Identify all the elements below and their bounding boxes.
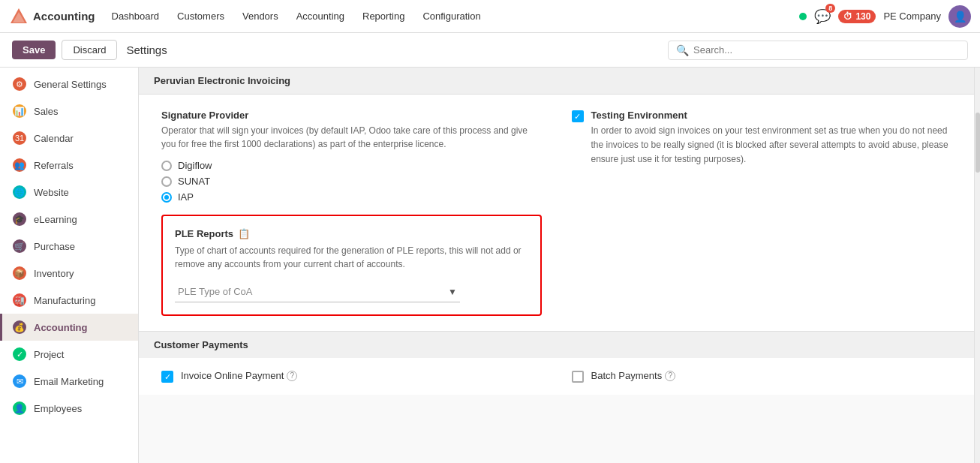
section-invoicing-body: Signature Provider Operator that will si… (139, 95, 974, 332)
sidebar-item-general-settings[interactable]: ⚙ General Settings (0, 71, 138, 98)
invoice-online-payment-help-icon[interactable]: ? (287, 371, 297, 381)
sidebar-icon-accounting: 💰 (13, 320, 26, 334)
sidebar-item-referrals[interactable]: 👥 Referrals (0, 152, 138, 179)
sidebar-label-elearning: eLearning (34, 214, 77, 225)
sidebar-icon-inventory: 📦 (13, 266, 26, 280)
ple-reports-icon: 📋 (238, 228, 250, 239)
radio-label-sunat: SUNAT (178, 176, 210, 187)
signature-provider-label: Signature Provider (161, 110, 542, 121)
radio-digiflow[interactable]: Digiflow (161, 160, 542, 171)
section-invoicing-header: Peruvian Electronic Invoicing (139, 68, 974, 95)
discard-button[interactable]: Discard (62, 40, 117, 60)
sidebar-item-purchase[interactable]: 🛒 Purchase (0, 233, 138, 260)
search-bar: 🔍 (668, 41, 968, 60)
scrollbar-track (974, 68, 980, 463)
radio-label-digiflow: Digiflow (178, 160, 212, 171)
company-name: PE Company (883, 11, 941, 22)
toolbar: Save Discard Settings 🔍 (0, 33, 980, 68)
sidebar-label-email-marketing: Email Marketing (34, 376, 104, 387)
nav-right: 💬 8 ⏱ 130 PE Company 👤 (799, 5, 971, 28)
sidebar: ⚙ General Settings 📊 Sales 31 Calendar 👥… (0, 68, 139, 463)
radio-circle-sunat (161, 176, 172, 187)
sidebar-item-accounting[interactable]: 💰 Accounting (0, 314, 138, 341)
invoicing-columns: Signature Provider Operator that will si… (161, 110, 951, 316)
sidebar-label-manufacturing: Manufacturing (34, 295, 95, 306)
payment-row: ✓ Invoice Online Payment ? Batch Payment… (161, 370, 951, 383)
clock-button[interactable]: ⏱ 130 (838, 10, 876, 23)
logo-icon (9, 7, 29, 26)
radio-circle-digiflow (161, 161, 172, 171)
radio-label-iap: IAP (178, 191, 194, 203)
sidebar-icon-purchase: 🛒 (13, 239, 26, 253)
sidebar-icon-general-settings: ⚙ (13, 77, 26, 91)
sidebar-item-employees[interactable]: 👤 Employees (0, 395, 138, 422)
testing-env-row: ✓ Testing Environment In order to avoid … (572, 110, 952, 167)
sidebar-item-website[interactable]: 🌐 Website (0, 179, 138, 206)
main-layout: ⚙ General Settings 📊 Sales 31 Calendar 👥… (0, 68, 980, 463)
sidebar-item-email-marketing[interactable]: ✉ Email Marketing (0, 368, 138, 395)
sidebar-label-purchase: Purchase (34, 241, 75, 252)
sidebar-item-project[interactable]: ✓ Project (0, 341, 138, 368)
toolbar-title: Settings (126, 44, 167, 56)
batch-payments-help-icon[interactable]: ? (665, 371, 675, 381)
nav-configuration[interactable]: Configuration (415, 8, 488, 25)
ple-type-select-wrapper: PLE Type of CoA ▼ (175, 281, 460, 302)
sidebar-icon-calendar: 31 (13, 131, 26, 145)
nav-vendors[interactable]: Vendors (235, 8, 286, 25)
sidebar-item-calendar[interactable]: 31 Calendar (0, 125, 138, 152)
app-logo[interactable]: Accounting (9, 7, 95, 26)
sidebar-label-project: Project (34, 349, 64, 360)
clock-icon: ⏱ (843, 11, 852, 22)
radio-sunat[interactable]: SUNAT (161, 176, 542, 187)
clock-count: 130 (855, 11, 870, 22)
section-payments-body: ✓ Invoice Online Payment ? Batch Payment… (139, 358, 974, 395)
nav-reporting[interactable]: Reporting (355, 8, 412, 25)
sidebar-label-calendar: Calendar (34, 133, 74, 144)
testing-env-checkbox[interactable]: ✓ (572, 110, 584, 122)
batch-payments-checkbox[interactable] (572, 371, 584, 383)
search-icon: 🔍 (676, 44, 689, 56)
batch-payments-label: Batch Payments ? (591, 370, 676, 381)
chat-button[interactable]: 💬 8 (814, 8, 831, 25)
nav-dashboard[interactable]: Dashboard (104, 8, 167, 25)
sidebar-label-general-settings: General Settings (34, 79, 107, 90)
search-input[interactable] (693, 44, 960, 56)
signature-provider-desc: Operator that will sign your invoices (b… (161, 124, 542, 151)
testing-env-desc: In order to avoid sign invoices on your … (591, 124, 952, 167)
user-avatar[interactable]: 👤 (948, 5, 971, 28)
sidebar-icon-manufacturing: 🏭 (13, 293, 26, 307)
sidebar-icon-website: 🌐 (13, 185, 26, 199)
ple-reports-desc: Type of chart of accounts required for t… (175, 244, 528, 271)
save-button[interactable]: Save (12, 41, 56, 59)
sidebar-item-manufacturing[interactable]: 🏭 Manufacturing (0, 287, 138, 314)
sidebar-label-inventory: Inventory (34, 268, 74, 279)
sidebar-icon-project: ✓ (13, 347, 26, 361)
sidebar-label-employees: Employees (34, 403, 82, 414)
radio-circle-iap (161, 192, 172, 203)
online-status[interactable] (799, 13, 807, 20)
invoice-online-payment-checkbox[interactable]: ✓ (161, 371, 173, 383)
ple-type-select[interactable]: PLE Type of CoA (175, 281, 460, 302)
sidebar-icon-elearning: 🎓 (13, 212, 26, 226)
invoice-online-payment-label: Invoice Online Payment ? (181, 370, 297, 381)
nav-customers[interactable]: Customers (170, 8, 232, 25)
top-nav: Accounting Dashboard Customers Vendors A… (0, 0, 980, 33)
sidebar-item-inventory[interactable]: 📦 Inventory (0, 260, 138, 287)
green-dot (799, 13, 807, 20)
sidebar-item-sales[interactable]: 📊 Sales (0, 98, 138, 125)
section-payments-header: Customer Payments (139, 332, 974, 358)
sidebar-label-referrals: Referrals (34, 160, 74, 171)
chat-badge: 8 (825, 4, 835, 13)
scrollbar-thumb[interactable] (975, 113, 980, 173)
sidebar-item-elearning[interactable]: 🎓 eLearning (0, 206, 138, 233)
sidebar-label-website: Website (34, 187, 69, 198)
signature-provider-col: Signature Provider Operator that will si… (161, 110, 542, 316)
sidebar-label-accounting: Accounting (34, 322, 88, 333)
nav-accounting[interactable]: Accounting (289, 8, 352, 25)
content-area: Peruvian Electronic Invoicing Signature … (139, 68, 974, 463)
sidebar-icon-employees: 👤 (13, 401, 26, 415)
sidebar-icon-referrals: 👥 (13, 158, 26, 172)
batch-payments-col: Batch Payments ? (572, 370, 952, 383)
radio-iap[interactable]: IAP (161, 191, 542, 203)
testing-env-col: ✓ Testing Environment In order to avoid … (572, 110, 952, 316)
